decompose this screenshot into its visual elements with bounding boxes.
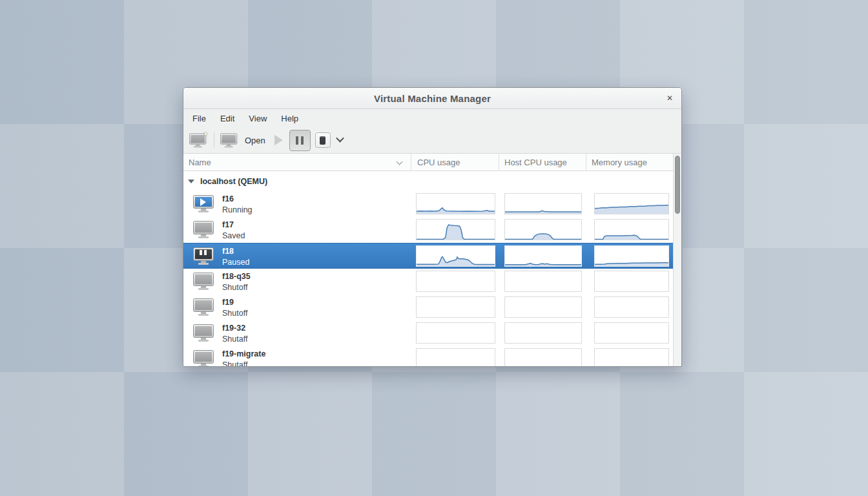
- vm-name: f18: [222, 246, 249, 257]
- vm-name: f17: [222, 220, 245, 231]
- scrollbar-thumb[interactable]: [675, 156, 680, 214]
- table-row[interactable]: f19-migrate Shutaff: [183, 346, 674, 366]
- vm-tree-rows: f16 Running f17 Saved f18 Paused: [183, 191, 674, 366]
- vm-status: Shutaff: [222, 334, 247, 344]
- table-row[interactable]: f16 Running: [183, 191, 674, 217]
- shutdown-button[interactable]: [315, 132, 331, 148]
- cpu-usage-sparkline: [416, 245, 495, 267]
- vm-status: Running: [222, 205, 253, 215]
- close-button[interactable]: ✕: [664, 92, 676, 104]
- vm-status: Shutoff: [222, 282, 251, 293]
- cpu-usage-sparkline: [416, 322, 495, 344]
- close-icon: ✕: [666, 94, 673, 103]
- titlebar[interactable]: Virtual Machine Manager ✕: [183, 88, 681, 109]
- column-header-row: Name CPU usage Host CPU usage Memory usa…: [183, 154, 681, 171]
- vm-status: Paused: [222, 257, 249, 267]
- memory-usage-sparkline: [594, 219, 669, 240]
- memory-usage-sparkline: [594, 271, 669, 292]
- host-cpu-usage-sparkline: [504, 348, 582, 366]
- vm-state-icon: [193, 350, 214, 366]
- pause-icon: [296, 136, 298, 145]
- vm-state-icon: [193, 298, 214, 316]
- host-cpu-usage-sparkline: [504, 219, 582, 240]
- vm-name: f19: [222, 297, 247, 308]
- menubar: File Edit View Help: [183, 109, 681, 127]
- run-icon[interactable]: [274, 135, 283, 145]
- open-monitor-icon: [220, 133, 237, 147]
- vm-state-icon: [193, 247, 214, 265]
- table-row[interactable]: f18-q35 Shutoff: [183, 269, 674, 294]
- cpu-usage-sparkline: [416, 219, 495, 240]
- memory-usage-sparkline: [594, 193, 669, 214]
- menu-file[interactable]: File: [188, 111, 211, 126]
- cpu-usage-sparkline: [416, 271, 495, 292]
- vm-state-icon: [193, 324, 214, 342]
- memory-usage-sparkline: [594, 296, 669, 318]
- sparkle-icon: ✦: [203, 130, 208, 137]
- column-header-host-cpu-usage[interactable]: Host CPU usage: [499, 154, 586, 171]
- new-vm-button[interactable]: ✦: [189, 133, 206, 147]
- open-button-label: Open: [245, 136, 265, 145]
- table-row[interactable]: f18 Paused: [183, 243, 674, 269]
- menu-help[interactable]: Help: [276, 111, 303, 126]
- memory-usage-sparkline: [594, 245, 669, 267]
- table-row[interactable]: f19-32 Shutaff: [183, 320, 674, 346]
- host-cpu-usage-sparkline: [504, 193, 582, 214]
- vm-status: Shutaff: [222, 360, 265, 366]
- host-connection-row[interactable]: localhost (QEMU): [183, 172, 674, 191]
- host-cpu-usage-sparkline: [504, 245, 582, 267]
- toolbar-separator: [214, 132, 214, 148]
- vm-status: Saved: [222, 231, 245, 241]
- table-row[interactable]: f19 Shutoff: [183, 294, 674, 320]
- host-cpu-usage-sparkline: [504, 296, 582, 318]
- menu-view[interactable]: View: [244, 111, 271, 126]
- vm-tree: localhost (QEMU) f16 Running f17 Saved: [183, 172, 674, 366]
- virtual-machine-manager-window: Virtual Machine Manager ✕ File Edit View…: [183, 87, 682, 367]
- menu-edit[interactable]: Edit: [216, 111, 239, 126]
- memory-usage-sparkline: [594, 348, 669, 366]
- cpu-usage-sparkline: [416, 348, 495, 366]
- vm-state-icon: [193, 273, 214, 290]
- window-title: Virtual Machine Manager: [374, 93, 491, 104]
- host-cpu-usage-sparkline: [504, 271, 582, 292]
- host-connection-label: localhost (QEMU): [200, 177, 267, 186]
- vm-name: f19-migrate: [222, 349, 265, 360]
- vm-name: f16: [222, 194, 253, 205]
- memory-usage-sparkline: [594, 322, 669, 344]
- open-button[interactable]: Open: [220, 132, 265, 149]
- pause-button[interactable]: [289, 130, 311, 151]
- vm-name: f19-32: [222, 323, 247, 334]
- vm-name: f18-q35: [222, 271, 251, 282]
- toolbar: ✦ Open: [183, 127, 681, 154]
- cpu-usage-sparkline: [416, 296, 495, 318]
- vm-status: Shutoff: [222, 308, 247, 318]
- host-cpu-usage-sparkline: [504, 322, 582, 344]
- column-header-memory-usage[interactable]: Memory usage: [586, 154, 674, 171]
- vertical-scrollbar[interactable]: [673, 154, 681, 366]
- desktop-wallpaper: Virtual Machine Manager ✕ File Edit View…: [0, 0, 868, 496]
- chevron-down-icon[interactable]: [336, 134, 344, 142]
- table-row[interactable]: f17 Saved: [183, 217, 674, 243]
- column-header-name[interactable]: Name: [183, 154, 411, 171]
- expander-triangle-icon[interactable]: [188, 180, 194, 183]
- vm-state-icon: [193, 221, 214, 238]
- monitor-base: [194, 146, 202, 147]
- vm-state-icon: [193, 195, 214, 212]
- cpu-usage-sparkline: [416, 193, 495, 214]
- shutdown-icon: [320, 136, 326, 145]
- column-header-cpu-usage[interactable]: CPU usage: [411, 154, 499, 171]
